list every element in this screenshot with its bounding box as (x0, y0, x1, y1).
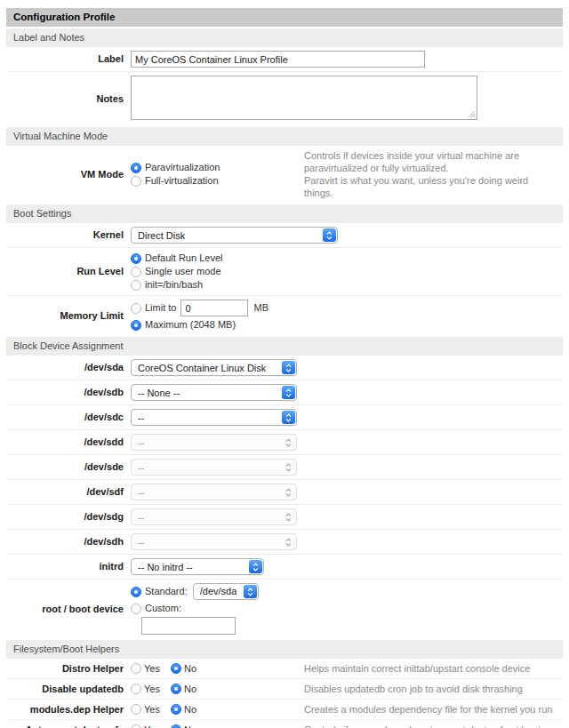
device-row-sde: /dev/sde -- (6, 454, 563, 479)
automount-devtmpfs-no-label: No (184, 724, 196, 728)
modules-dep-yes-label: Yes (144, 704, 160, 715)
vm-mode-row: VM Mode Paravirtualization Full-virtuali… (6, 146, 563, 203)
distro-helper-label: Distro Helper (6, 663, 131, 675)
select-stepper-icon (282, 411, 295, 424)
device-sdb-select[interactable]: -- None -- (131, 384, 297, 401)
full-virtualization-option-label: Full-virtualization (145, 174, 219, 188)
single-user-mode-radio[interactable] (131, 267, 141, 277)
disable-updatedb-label: Disable updatedb (6, 684, 131, 695)
section-header-virtual-machine-mode: Virtual Machine Mode (6, 127, 563, 146)
notes-field-label: Notes (6, 93, 131, 105)
run-level-label: Run Level (6, 266, 131, 277)
select-stepper-disabled-icon (283, 538, 293, 547)
memory-limit-row: Memory Limit Limit to MB Maximum (2048 M… (6, 295, 563, 335)
custom-root-radio[interactable] (131, 604, 141, 614)
device-sdf-select-value: -- (138, 487, 144, 498)
section-header-label-and-notes: Label and Notes (6, 28, 563, 47)
automount-devtmpfs-row: Automount devtmpfs Yes No Controls if pv… (6, 719, 563, 728)
section-header-filesystem-boot-helpers: Filesystem/Boot Helpers (6, 640, 563, 659)
distro-helper-yes-radio[interactable] (131, 663, 141, 674)
vm-mode-help: Controls if devices inside your virtual … (304, 149, 563, 199)
modules-dep-helper-label: modules.dep Helper (6, 704, 131, 716)
run-level-row: Run Level Default Run Level Single user … (6, 247, 563, 295)
init-bin-bash-radio[interactable] (131, 280, 141, 291)
maximum-memory-radio[interactable] (131, 320, 141, 331)
modules-dep-yes-radio[interactable] (131, 704, 141, 715)
kernel-label: Kernel (6, 229, 131, 241)
disable-updatedb-yes-radio[interactable] (131, 684, 141, 694)
distro-helper-no-radio[interactable] (171, 663, 181, 674)
kernel-select[interactable]: Direct Disk (131, 227, 338, 244)
kernel-select-value: Direct Disk (138, 230, 185, 241)
root-boot-device-row: root / boot device Standard: /dev/sda Cu… (6, 579, 563, 638)
automount-devtmpfs-yes-label: Yes (144, 724, 160, 728)
paravirtualization-radio[interactable] (131, 163, 141, 173)
select-stepper-icon (323, 228, 336, 242)
automount-devtmpfs-yes-radio[interactable] (131, 724, 141, 728)
select-stepper-disabled-icon (283, 463, 293, 472)
label-field-label: Label (6, 53, 131, 65)
label-row: Label (6, 47, 563, 71)
device-sdc-select-value: -- (138, 412, 144, 423)
distro-helper-no-label: No (184, 663, 196, 674)
paravirtualization-option-label: Paravirtualization (145, 161, 220, 174)
disable-updatedb-no-label: No (184, 684, 196, 694)
select-stepper-disabled-icon (283, 488, 293, 497)
kernel-row: Kernel Direct Disk (6, 223, 563, 247)
label-input[interactable] (131, 51, 425, 68)
device-sdf-select: -- (131, 484, 297, 500)
section-header-block-device-assignment: Block Device Assignment (6, 337, 563, 356)
notes-textarea[interactable] (131, 76, 477, 120)
device-sda-label: /dev/sda (6, 362, 131, 373)
device-row-sdh: /dev/sdh -- (6, 529, 563, 554)
device-sdg-select-value: -- (138, 512, 144, 523)
memory-limit-label: Memory Limit (6, 310, 131, 322)
device-sdg-label: /dev/sdg (6, 511, 131, 523)
device-sde-select-value: -- (138, 462, 144, 473)
device-sdc-select[interactable]: -- (131, 409, 297, 426)
initrd-select-value: -- No initrd -- (138, 562, 193, 572)
standard-root-radio[interactable] (131, 587, 141, 597)
memory-limit-unit: MB (253, 301, 268, 315)
page-title: Configuration Profile (6, 8, 563, 27)
resize-grip-icon[interactable] (468, 110, 476, 118)
device-row-sdf: /dev/sdf -- (6, 479, 563, 504)
initrd-label: initrd (6, 561, 131, 572)
default-run-level-radio[interactable] (131, 253, 141, 264)
modules-dep-helper-row: modules.dep Helper Yes No Creates a modu… (6, 699, 563, 719)
root-boot-device-label: root / boot device (6, 604, 131, 615)
vm-mode-help-line-2: paravirtualized or fully virtualized. (304, 162, 557, 174)
device-sda-select-value: CoreOS Container Linux Disk (138, 363, 266, 373)
device-sda-select[interactable]: CoreOS Container Linux Disk (131, 359, 297, 376)
section-header-boot-settings: Boot Settings (6, 204, 563, 223)
automount-devtmpfs-no-radio[interactable] (171, 724, 181, 728)
automount-devtmpfs-help: Controls if pv_ops kernels automount dev… (304, 724, 563, 728)
automount-devtmpfs-label: Automount devtmpfs (6, 724, 131, 728)
modules-dep-no-radio[interactable] (171, 704, 181, 715)
standard-root-device-select[interactable]: /dev/sda (193, 583, 259, 600)
device-sde-select: -- (131, 459, 297, 476)
standard-root-device-select-value: /dev/sda (200, 585, 237, 598)
select-stepper-disabled-icon (283, 438, 293, 447)
full-virtualization-radio[interactable] (131, 176, 141, 187)
select-stepper-icon (244, 585, 257, 598)
vm-mode-label: VM Mode (6, 169, 131, 180)
device-row-sdd: /dev/sdd -- (6, 429, 563, 454)
single-user-mode-option-label: Single user mode (145, 265, 221, 278)
default-run-level-option-label: Default Run Level (145, 252, 222, 265)
memory-limit-input[interactable] (180, 300, 248, 316)
custom-root-device-input[interactable] (141, 617, 236, 635)
select-stepper-icon (282, 386, 295, 399)
disable-updatedb-row: Disable updatedb Yes No Disables updated… (6, 678, 563, 699)
device-row-sda: /dev/sda CoreOS Container Linux Disk (6, 356, 563, 380)
disable-updatedb-help: Disables updatedb cron job to avoid disk… (304, 683, 563, 695)
initrd-select[interactable]: -- No initrd -- (131, 558, 264, 575)
custom-root-option-label: Custom: (145, 602, 181, 615)
notes-row: Notes (6, 71, 563, 125)
disable-updatedb-no-radio[interactable] (171, 684, 181, 694)
limit-to-radio[interactable] (131, 303, 141, 314)
device-row-sdg: /dev/sdg -- (6, 504, 563, 529)
distro-helper-help: Helps maintain correct inittab/upstart c… (304, 662, 563, 675)
standard-root-option-label: Standard: (145, 585, 188, 598)
device-sdd-label: /dev/sdd (6, 436, 131, 448)
